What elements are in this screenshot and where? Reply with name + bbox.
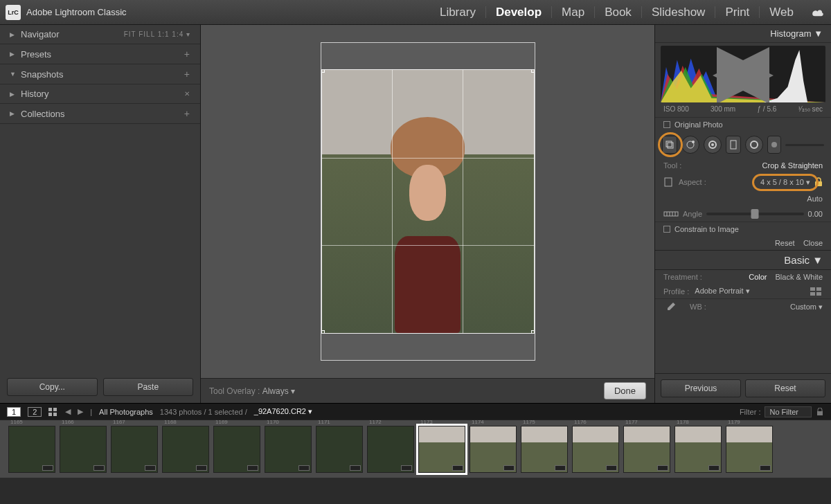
filmstrip-thumb[interactable] bbox=[623, 426, 670, 473]
original-photo-row[interactable]: Original Photo bbox=[655, 117, 831, 132]
angle-value[interactable]: 0.00 bbox=[808, 210, 823, 218]
subject-silhouette bbox=[381, 117, 474, 333]
brush-tool-button[interactable] bbox=[767, 136, 781, 154]
crop-reset-button[interactable]: Reset bbox=[775, 239, 795, 247]
thumb-badge-icon bbox=[657, 465, 668, 471]
angle-ruler-icon[interactable] bbox=[663, 209, 679, 219]
filmstrip-thumb[interactable] bbox=[674, 426, 722, 473]
add-snapshot-button[interactable]: + bbox=[184, 69, 190, 80]
photo-preview[interactable] bbox=[321, 69, 535, 334]
module-develop[interactable]: Develop bbox=[486, 6, 552, 18]
filmstrip-thumb[interactable] bbox=[521, 426, 568, 473]
svg-point-5 bbox=[711, 143, 714, 146]
crop-bounds-outer[interactable] bbox=[321, 42, 535, 361]
canvas-toolbar: Tool Overlay : Always ▾ Done bbox=[201, 378, 654, 403]
spot-removal-button[interactable] bbox=[681, 136, 699, 154]
tool-overlay-label: Tool Overlay : bbox=[209, 386, 260, 396]
module-map[interactable]: Map bbox=[552, 6, 595, 18]
svg-rect-24 bbox=[817, 411, 823, 415]
slider-thumb[interactable] bbox=[751, 209, 759, 219]
wb-dropdown[interactable]: Custom ▾ bbox=[790, 303, 823, 312]
crop-handle[interactable] bbox=[531, 330, 535, 334]
tool-overlay-dropdown[interactable]: Always ▾ bbox=[262, 386, 295, 396]
paste-settings-button[interactable]: Paste bbox=[103, 378, 194, 396]
filmstrip-thumb[interactable] bbox=[316, 426, 363, 473]
current-filename[interactable]: _92A7620.CR2 ▾ bbox=[254, 407, 312, 416]
filmstrip-thumb[interactable] bbox=[726, 426, 773, 473]
profile-browser-icon[interactable] bbox=[810, 287, 823, 296]
crop-frame-icon[interactable] bbox=[663, 177, 674, 188]
filmstrip-thumb[interactable] bbox=[60, 426, 107, 473]
module-web[interactable]: Web bbox=[760, 6, 803, 18]
panel-basic-header[interactable]: Basic ▼ bbox=[655, 250, 831, 270]
constrain-row[interactable]: Constrain to Image bbox=[655, 222, 831, 236]
graduated-filter-button[interactable] bbox=[726, 136, 741, 154]
eyedropper-icon[interactable] bbox=[663, 302, 676, 312]
redeye-tool-button[interactable] bbox=[704, 136, 722, 154]
crop-tool-button[interactable] bbox=[662, 136, 677, 154]
add-collection-button[interactable]: + bbox=[184, 108, 190, 119]
panel-snapshots[interactable]: ▼ Snapshots + bbox=[0, 64, 200, 84]
navigator-zoom-options[interactable]: FIT FILL 1:1 1:4 ▾ bbox=[124, 30, 190, 38]
aspect-dropdown[interactable]: 4 x 5 / 8 x 10 ▾ bbox=[760, 178, 810, 187]
panel-histogram-header[interactable]: Histogram ▼ bbox=[655, 25, 831, 43]
breadcrumb-collection[interactable]: All Photographs bbox=[99, 408, 153, 416]
module-book[interactable]: Book bbox=[595, 6, 642, 18]
develop-canvas: Tool Overlay : Always ▾ Done bbox=[201, 25, 654, 403]
module-library[interactable]: Library bbox=[430, 6, 486, 18]
filmstrip-thumb[interactable] bbox=[213, 426, 260, 473]
panel-presets[interactable]: ▶ Presets + bbox=[0, 44, 200, 64]
profile-dropdown[interactable]: Adobe Portrait ▾ bbox=[695, 287, 749, 296]
svg-rect-9 bbox=[665, 178, 672, 186]
nav-back-icon[interactable]: ◀ bbox=[65, 407, 71, 416]
filmstrip-thumb[interactable] bbox=[418, 426, 465, 473]
grid-view-icon[interactable] bbox=[48, 408, 58, 416]
left-panel: ▶ Navigator FIT FILL 1:1 1:4 ▾ ▶ Presets… bbox=[0, 25, 201, 403]
crop-handle[interactable] bbox=[321, 69, 325, 73]
svg-rect-21 bbox=[53, 408, 57, 411]
filmstrip-thumb[interactable] bbox=[8, 426, 55, 473]
module-print[interactable]: Print bbox=[715, 6, 760, 18]
crop-handle[interactable] bbox=[321, 330, 325, 334]
cloud-sync-icon[interactable] bbox=[810, 8, 825, 17]
filmstrip[interactable] bbox=[0, 420, 831, 478]
crop-close-button[interactable]: Close bbox=[803, 239, 823, 247]
filmstrip-thumb[interactable] bbox=[470, 426, 517, 473]
highlight-clip-icon[interactable] bbox=[661, 47, 823, 102]
copy-settings-button[interactable]: Copy... bbox=[7, 378, 98, 396]
angle-slider[interactable] bbox=[706, 213, 803, 215]
histogram[interactable] bbox=[661, 46, 825, 102]
panel-collections[interactable]: ▶ Collections + bbox=[0, 104, 200, 124]
panel-navigator[interactable]: ▶ Navigator FIT FILL 1:1 1:4 ▾ bbox=[0, 25, 200, 44]
crop-handle[interactable] bbox=[531, 69, 535, 73]
add-preset-button[interactable]: + bbox=[184, 48, 190, 60]
filter-lock-icon[interactable] bbox=[816, 408, 824, 416]
lock-icon[interactable] bbox=[814, 177, 823, 187]
thumb-badge-icon bbox=[196, 465, 207, 471]
filmstrip-thumb[interactable] bbox=[162, 426, 209, 473]
tool-slider[interactable] bbox=[785, 144, 824, 146]
filmstrip-thumb[interactable] bbox=[572, 426, 619, 473]
checkbox-icon[interactable] bbox=[663, 226, 670, 233]
filter-dropdown[interactable]: No Filter bbox=[765, 406, 812, 417]
auto-straighten-button[interactable]: Auto bbox=[807, 195, 823, 203]
thumb-badge-icon bbox=[555, 465, 566, 471]
reset-all-button[interactable]: Reset bbox=[745, 379, 825, 397]
thumb-badge-icon bbox=[350, 465, 361, 471]
checkbox-icon[interactable] bbox=[663, 121, 670, 128]
secondary-display-2[interactable]: 2 bbox=[28, 407, 42, 417]
secondary-display-1[interactable]: 1 bbox=[7, 407, 21, 417]
filmstrip-thumb[interactable] bbox=[111, 426, 158, 473]
crop-gridline bbox=[392, 70, 393, 333]
filmstrip-thumb[interactable] bbox=[265, 426, 312, 473]
filmstrip-thumb[interactable] bbox=[367, 426, 414, 473]
radial-filter-button[interactable] bbox=[745, 136, 763, 154]
treatment-bw[interactable]: Black & White bbox=[776, 273, 823, 281]
clear-history-button[interactable]: ✕ bbox=[184, 90, 190, 98]
done-button[interactable]: Done bbox=[604, 382, 646, 399]
previous-button[interactable]: Previous bbox=[661, 379, 741, 397]
panel-history[interactable]: ▶ History ✕ bbox=[0, 84, 200, 104]
module-slideshow[interactable]: Slideshow bbox=[642, 6, 716, 18]
treatment-color[interactable]: Color bbox=[749, 273, 767, 281]
nav-fwd-icon[interactable]: ▶ bbox=[78, 407, 83, 416]
